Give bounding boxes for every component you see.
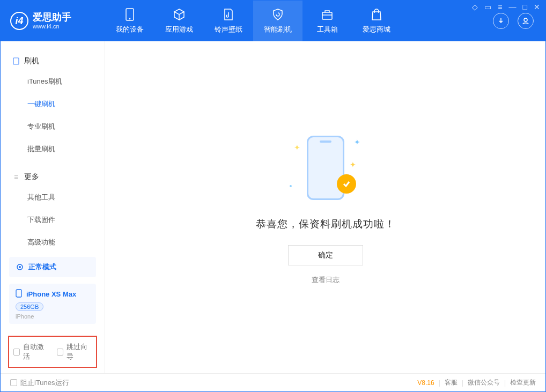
checkbox-icon: [57, 349, 63, 356]
checkbox-block-itunes[interactable]: 阻止iTunes运行: [10, 378, 69, 388]
nav-group-flash: 刷机: [1, 52, 105, 70]
cube-icon: [172, 8, 186, 21]
titlebar-book-icon[interactable]: ▭: [484, 3, 491, 11]
checkbox-icon: [13, 349, 20, 356]
toolbox-icon: [320, 8, 334, 21]
flash-options-highlight: 自动激活 跳过向导: [8, 336, 97, 368]
phone-icon: [123, 8, 137, 21]
close-button[interactable]: ✕: [534, 3, 540, 11]
tab-label: 我的设备: [116, 25, 144, 34]
phone-icon: [16, 289, 22, 299]
svg-rect-2: [322, 12, 332, 19]
titlebar-shirt-icon[interactable]: ◇: [472, 3, 478, 11]
connected-device-card[interactable]: iPhone XS Max 256GB iPhone: [9, 284, 96, 324]
app-logo: i4 爱思助手 www.i4.cn: [1, 1, 105, 41]
nav-item-advanced[interactable]: 高级功能: [1, 231, 105, 254]
tab-my-device[interactable]: 我的设备: [105, 1, 154, 41]
svg-point-4: [524, 18, 527, 21]
tab-label: 工具箱: [317, 25, 338, 34]
nav-item-oneclick-flash[interactable]: 一键刷机: [1, 93, 105, 115]
version-label: V8.16: [417, 379, 434, 387]
tab-label: 应用游戏: [165, 25, 193, 34]
nav-item-other-tools[interactable]: 其他工具: [1, 186, 105, 209]
app-name: 爱思助手: [33, 12, 71, 23]
device-mode-card[interactable]: 正常模式: [9, 257, 96, 277]
tab-toolbox[interactable]: 工具箱: [302, 1, 352, 41]
user-account-icon[interactable]: [518, 13, 534, 29]
music-file-icon: [222, 8, 235, 21]
device-capacity: 256GB: [16, 302, 43, 311]
nav-item-pro-flash[interactable]: 专业刷机: [1, 115, 105, 138]
tab-label: 铃声壁纸: [215, 25, 242, 34]
checkbox-label: 阻止iTunes运行: [20, 378, 69, 388]
view-log-link[interactable]: 查看日志: [312, 275, 340, 285]
tab-apps-games[interactable]: 应用游戏: [154, 1, 204, 41]
success-message: 恭喜您，保资料刷机成功啦！: [256, 217, 395, 231]
checkbox-auto-activate[interactable]: 自动激活: [13, 342, 48, 361]
tab-store[interactable]: 爱思商城: [352, 1, 401, 41]
svg-point-1: [129, 18, 130, 19]
nav-group-label: 更多: [24, 172, 39, 182]
tab-smart-flash[interactable]: 智能刷机: [253, 1, 302, 41]
nav-item-batch-flash[interactable]: 批量刷机: [1, 138, 105, 160]
titlebar-list-icon[interactable]: ≡: [498, 3, 502, 11]
shield-refresh-icon: [271, 8, 285, 21]
wechat-link[interactable]: 微信公众号: [468, 378, 500, 387]
bag-icon: [370, 8, 383, 21]
mode-icon: [16, 263, 24, 271]
checkbox-label: 自动激活: [23, 342, 48, 361]
nav-group-more: ≡ 更多: [1, 168, 105, 186]
device-icon: [12, 57, 20, 65]
check-update-link[interactable]: 检查更新: [510, 378, 536, 387]
app-domain: www.i4.cn: [33, 23, 71, 29]
logo-icon: i4: [10, 12, 28, 30]
svg-rect-5: [13, 58, 19, 64]
tab-label: 智能刷机: [264, 25, 292, 34]
nav-group-label: 刷机: [24, 56, 39, 66]
device-name: iPhone XS Max: [26, 290, 76, 298]
success-illustration: ✦✦•✦: [285, 130, 366, 205]
list-icon: ≡: [12, 173, 20, 181]
checkbox-label: 跳过向导: [67, 342, 92, 361]
maximize-button[interactable]: □: [523, 3, 527, 11]
nav-item-download-firmware[interactable]: 下载固件: [1, 209, 105, 231]
tab-ringtones-wallpapers[interactable]: 铃声壁纸: [204, 1, 253, 41]
minimize-button[interactable]: —: [509, 3, 517, 11]
nav-item-itunes-flash[interactable]: iTunes刷机: [1, 70, 105, 93]
svg-rect-8: [16, 290, 21, 297]
svg-point-7: [19, 266, 21, 268]
checkbox-icon: [10, 379, 17, 386]
tab-label: 爱思商城: [363, 25, 390, 34]
checkbox-skip-guide[interactable]: 跳过向导: [57, 342, 92, 361]
support-link[interactable]: 客服: [445, 378, 458, 387]
download-manager-icon[interactable]: [493, 13, 509, 29]
ok-button[interactable]: 确定: [288, 245, 363, 265]
device-mode-label: 正常模式: [28, 262, 56, 272]
device-type: iPhone: [16, 313, 90, 320]
check-badge-icon: [337, 174, 356, 194]
